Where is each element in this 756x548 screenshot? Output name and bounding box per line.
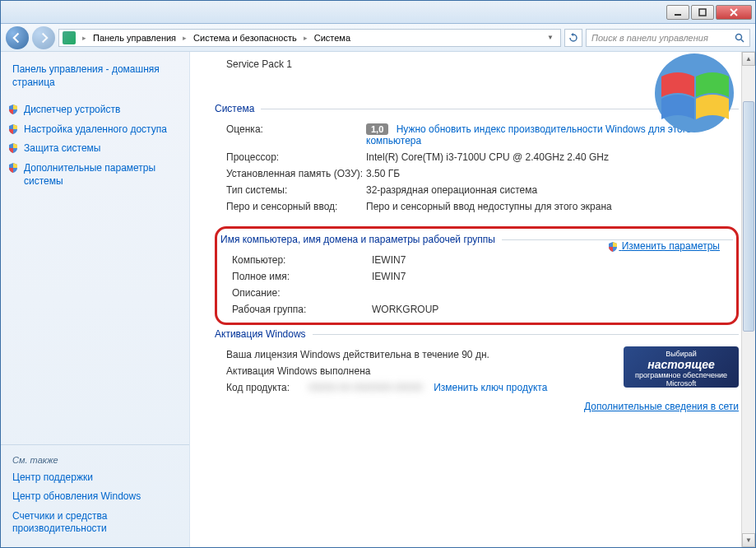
fullname-value: IEWIN7 [372, 271, 733, 282]
vertical-scrollbar[interactable]: ▲ ▼ [741, 52, 755, 547]
shield-icon [607, 241, 619, 253]
change-settings-link[interactable]: Изменить параметры [607, 240, 720, 253]
breadcrumb-page[interactable]: Система [311, 33, 354, 43]
description-label: Описание: [232, 287, 372, 299]
scroll-thumb[interactable] [743, 101, 754, 332]
minimize-button[interactable] [666, 5, 689, 20]
chevron-right-icon: ▸ [79, 34, 90, 42]
breadcrumb[interactable]: ▸ Панель управления ▸ Система и безопасн… [58, 29, 561, 47]
change-product-key-link[interactable]: Изменить ключ продукта [434, 382, 547, 393]
maximize-button[interactable] [691, 5, 714, 20]
scroll-up-button[interactable]: ▲ [742, 52, 755, 66]
svg-line-3 [741, 39, 744, 42]
product-key-value: 00000-00-0000000-00000 [308, 382, 423, 393]
close-button[interactable] [716, 5, 752, 20]
svg-point-2 [736, 34, 742, 39]
content-area: Панель управления - домашняя страница Ди… [1, 52, 755, 547]
svg-rect-1 [699, 9, 706, 16]
system-properties-window: ▸ Панель управления ▸ Система и безопасн… [0, 0, 756, 548]
genuine-banner[interactable]: Выбирай настоящее программное обеспечени… [624, 346, 739, 388]
svg-rect-0 [675, 14, 681, 16]
sidebar: Панель управления - домашняя страница Ди… [1, 52, 190, 547]
system-header: Система [215, 103, 261, 114]
main-panel: Service Pack 1 Система Оценка: 1,0 Нужно… [190, 52, 755, 547]
more-info-online-link[interactable]: Дополнительные сведения в сети [584, 401, 739, 412]
search-placeholder: Поиск в панели управления [591, 33, 708, 43]
shield-icon [7, 162, 19, 174]
pen-label: Перо и сенсорный ввод: [226, 201, 366, 212]
breadcrumb-dropdown-icon[interactable]: ▼ [544, 34, 557, 41]
sidebar-advanced-settings[interactable]: Дополнительные параметры системы [1, 159, 189, 191]
titlebar [1, 1, 755, 24]
activation-status-text: Активация Windows выполнена [226, 365, 624, 377]
scroll-down-button[interactable]: ▼ [742, 533, 755, 547]
sidebar-home-link[interactable]: Панель управления - домашняя страница [1, 60, 189, 92]
workgroup-value: WORKGROUP [372, 304, 733, 315]
sidebar-device-manager[interactable]: Диспетчер устройств [1, 100, 189, 120]
computer-value: IEWIN7 [372, 254, 733, 266]
refresh-button[interactable] [564, 29, 582, 47]
sidebar-windows-update[interactable]: Центр обновления Windows [1, 487, 189, 507]
ram-label: Установленная память (ОЗУ): [226, 168, 366, 179]
cpu-label: Процессор: [226, 151, 366, 163]
pen-value: Перо и сенсорный ввод недоступны для это… [366, 201, 739, 212]
breadcrumb-category[interactable]: Система и безопасность [190, 33, 300, 43]
rating-label: Оценка: [226, 123, 366, 146]
windows-logo-icon [637, 52, 735, 142]
navbar: ▸ Панель управления ▸ Система и безопасн… [1, 24, 755, 52]
rating-badge: 1,0 [366, 123, 388, 135]
computer-label: Компьютер: [232, 254, 372, 266]
product-key-label: Код продукта: [226, 382, 308, 393]
sidebar-action-center[interactable]: Центр поддержки [1, 468, 189, 488]
description-value [372, 287, 733, 299]
see-also-section: См. также Центр поддержки Центр обновлен… [1, 444, 189, 539]
activation-license-text: Ваша лицензия Windows действительна в те… [226, 349, 624, 360]
shield-icon [7, 123, 19, 135]
search-icon [735, 33, 744, 43]
shield-icon [7, 142, 19, 154]
see-also-header: См. также [1, 452, 189, 468]
control-panel-icon [63, 31, 76, 44]
back-button[interactable] [6, 26, 29, 49]
computer-name-header: Имя компьютера, имя домена и параметры р… [220, 234, 502, 245]
search-input[interactable]: Поиск в панели управления [586, 29, 750, 47]
sidebar-system-protection[interactable]: Защита системы [1, 139, 189, 159]
breadcrumb-root[interactable]: Панель управления [90, 33, 179, 43]
activation-section: Активация Windows Выбирай настоящее прог… [215, 328, 739, 412]
cpu-value: Intel(R) Core(TM) i3-7100U CPU @ 2.40GHz… [366, 151, 739, 163]
ram-value: 3.50 ГБ [366, 168, 739, 179]
chevron-right-icon: ▸ [179, 34, 190, 42]
systype-label: Тип системы: [226, 184, 366, 196]
activation-header: Активация Windows [215, 328, 313, 340]
sidebar-performance-tools[interactable]: Счетчики и средства производительности [1, 507, 189, 539]
computer-name-section: Имя компьютера, имя домена и параметры р… [220, 234, 733, 318]
sidebar-remote-access[interactable]: Настройка удаленного доступа [1, 120, 189, 140]
forward-button[interactable] [32, 26, 55, 49]
shield-icon [7, 104, 19, 115]
fullname-label: Полное имя: [232, 271, 372, 282]
systype-value: 32-разрядная операционная система [366, 184, 739, 196]
computer-name-highlight: Имя компьютера, имя домена и параметры р… [215, 226, 739, 325]
workgroup-label: Рабочая группа: [232, 304, 372, 315]
chevron-right-icon: ▸ [300, 34, 311, 42]
